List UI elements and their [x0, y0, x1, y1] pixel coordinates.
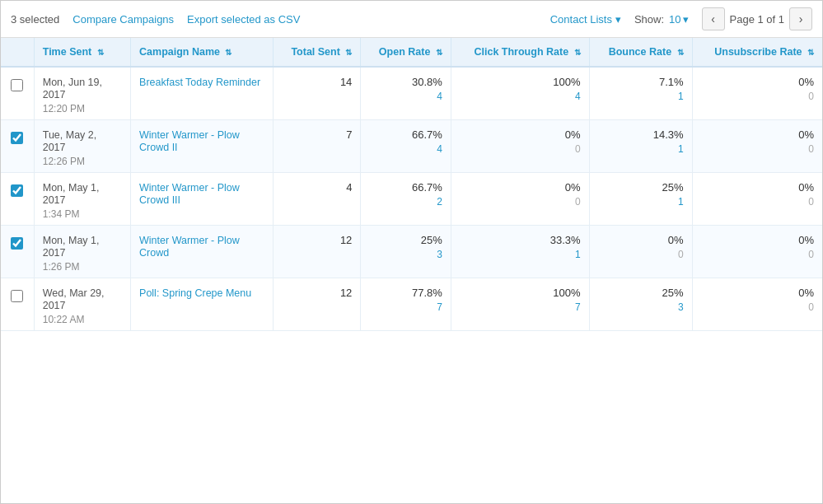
row-campaign-name: Poll: Spring Crepe Menu: [131, 278, 274, 331]
campaign-link[interactable]: Winter Warmer - Plow Crowd III: [139, 182, 240, 206]
row-checkbox-cell: [1, 67, 34, 120]
row-time-sent: Tue, May 2, 201712:26 PM: [34, 120, 130, 173]
open-rate-main: 66.7%: [369, 128, 442, 141]
contact-lists-dropdown[interactable]: Contact Lists ▾: [550, 13, 621, 26]
row-campaign-name: Winter Warmer - Plow Crowd II: [131, 120, 274, 173]
campaigns-table: Time Sent ⇅ Campaign Name ⇅ Total Sent ⇅…: [1, 38, 822, 331]
click-rate-main: 0%: [460, 181, 581, 194]
show-label: Show:: [634, 13, 664, 26]
bounce-rate-main: 25%: [598, 287, 684, 299]
row-time: 1:26 PM: [43, 261, 122, 273]
next-page-button[interactable]: ›: [789, 7, 812, 30]
export-csv-link[interactable]: Export selected as CSV: [187, 13, 300, 26]
row-time: 1:34 PM: [43, 208, 122, 220]
th-open-rate[interactable]: Open Rate ⇅: [361, 38, 451, 67]
row-bounce-rate: 14.3%1: [589, 120, 692, 173]
row-date: Wed, Mar 29, 2017: [43, 287, 105, 311]
row-checkbox[interactable]: [11, 132, 23, 144]
row-click-rate: 0%0: [451, 173, 589, 226]
campaign-link[interactable]: Winter Warmer - Plow Crowd: [139, 235, 240, 259]
row-unsub-rate: 0%0: [692, 226, 822, 278]
sort-bounce-icon: ⇅: [677, 48, 684, 57]
row-click-rate: 100%4: [451, 67, 589, 120]
campaign-link[interactable]: Winter Warmer - Plow Crowd II: [139, 129, 240, 153]
row-time-sent: Wed, Mar 29, 201710:22 AM: [34, 278, 130, 331]
bounce-rate-sub: 3: [598, 301, 684, 313]
row-date: Mon, May 1, 2017: [43, 182, 100, 206]
row-date: Tue, May 2, 2017: [43, 129, 97, 153]
row-open-rate: 30.8%4: [361, 67, 451, 120]
th-click-through-rate[interactable]: Click Through Rate ⇅: [451, 38, 589, 67]
row-open-rate: 66.7%4: [361, 120, 451, 173]
unsub-rate-sub: 0: [701, 196, 814, 208]
row-unsub-rate: 0%0: [692, 67, 822, 120]
row-time: 12:20 PM: [43, 103, 122, 114]
unsub-rate-main: 0%: [701, 76, 814, 88]
row-total-sent: 7: [274, 120, 361, 173]
unsub-rate-main: 0%: [701, 128, 814, 141]
row-click-rate: 100%7: [451, 278, 589, 331]
th-total-sent[interactable]: Total Sent ⇅: [274, 38, 361, 67]
row-checkbox[interactable]: [11, 184, 23, 197]
selected-count: 3 selected: [11, 13, 59, 26]
th-campaign-name[interactable]: Campaign Name ⇅: [131, 38, 274, 67]
row-checkbox-cell: [1, 278, 34, 331]
row-checkbox[interactable]: [11, 237, 23, 250]
show-value: 10: [669, 13, 680, 26]
total-main: 12: [282, 287, 352, 299]
unsub-rate-sub: 0: [701, 91, 814, 102]
row-total-sent: 12: [274, 278, 361, 331]
row-open-rate: 25%3: [361, 226, 451, 278]
row-checkbox-cell: [1, 173, 34, 226]
row-checkbox[interactable]: [11, 290, 23, 302]
click-rate-main: 100%: [460, 76, 581, 88]
unsub-rate-sub: 0: [701, 249, 814, 260]
row-campaign-name: Winter Warmer - Plow Crowd III: [131, 173, 274, 226]
row-unsub-rate: 0%0: [692, 173, 822, 226]
show-select[interactable]: 10 ▾: [669, 13, 688, 26]
contact-lists-chevron: ▾: [615, 13, 621, 26]
bounce-rate-main: 7.1%: [598, 76, 684, 88]
table-row: Tue, May 2, 201712:26 PMWinter Warmer - …: [1, 120, 822, 173]
row-open-rate: 77.8%7: [361, 278, 451, 331]
unsub-rate-main: 0%: [701, 181, 814, 194]
open-rate-main: 30.8%: [369, 76, 442, 88]
row-date: Mon, Jun 19, 2017: [43, 77, 102, 100]
row-date: Mon, May 1, 2017: [43, 235, 100, 259]
campaign-link[interactable]: Poll: Spring Crepe Menu: [139, 287, 251, 299]
row-total-sent: 4: [274, 173, 361, 226]
table-row: Mon, May 1, 20171:26 PMWinter Warmer - P…: [1, 226, 822, 278]
row-unsub-rate: 0%0: [692, 120, 822, 173]
bounce-rate-main: 0%: [598, 234, 684, 246]
bounce-rate-sub: 1: [598, 143, 684, 155]
row-time-sent: Mon, May 1, 20171:34 PM: [34, 173, 130, 226]
th-check: [1, 38, 34, 67]
compare-campaigns-link[interactable]: Compare Campaigns: [72, 13, 174, 26]
row-open-rate: 66.7%2: [361, 173, 451, 226]
th-unsubscribe-rate[interactable]: Unsubscribe Rate ⇅: [692, 38, 822, 67]
click-rate-main: 100%: [460, 287, 581, 299]
click-rate-main: 0%: [460, 128, 581, 141]
open-rate-main: 25%: [369, 234, 442, 246]
pagination: ‹ Page 1 of 1 ›: [702, 7, 813, 30]
open-rate-sub: 7: [369, 301, 442, 313]
open-rate-main: 77.8%: [369, 287, 442, 299]
row-unsub-rate: 0%0: [692, 278, 822, 331]
prev-page-button[interactable]: ‹: [702, 7, 725, 30]
th-bounce-rate[interactable]: Bounce Rate ⇅: [589, 38, 692, 67]
row-campaign-name: Breakfast Today Reminder: [131, 67, 274, 120]
th-time-sent[interactable]: Time Sent ⇅: [34, 38, 130, 67]
open-rate-main: 66.7%: [369, 181, 442, 194]
page-label: Page 1 of 1: [730, 13, 785, 26]
click-rate-sub: 0: [460, 143, 581, 155]
row-checkbox-cell: [1, 120, 34, 173]
campaign-link[interactable]: Breakfast Today Reminder: [139, 77, 260, 88]
total-main: 12: [282, 234, 352, 246]
main-container: 3 selected Compare Campaigns Export sele…: [0, 0, 823, 504]
open-rate-sub: 4: [369, 143, 442, 155]
row-click-rate: 33.3%1: [451, 226, 589, 278]
row-checkbox[interactable]: [11, 79, 23, 91]
open-rate-sub: 4: [369, 91, 442, 102]
row-total-sent: 14: [274, 67, 361, 120]
total-main: 14: [282, 76, 352, 88]
